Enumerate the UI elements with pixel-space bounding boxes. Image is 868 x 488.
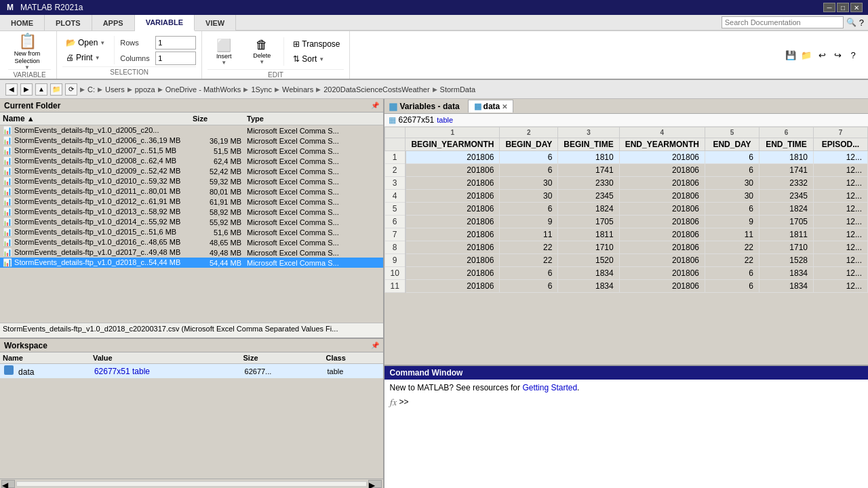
table-cell[interactable]: 201806 bbox=[406, 177, 500, 190]
workspace-table[interactable]: Name Value Size Class data bbox=[0, 352, 383, 479]
breadcrumb-ppoza[interactable]: ppoza bbox=[135, 85, 155, 94]
table-cell[interactable]: 22 bbox=[705, 254, 760, 267]
folder-row[interactable]: 📊 StormEvents_details-ftp_v1.0_d2009_c..… bbox=[0, 166, 383, 176]
breadcrumb-webinars[interactable]: Webinars bbox=[282, 85, 313, 94]
scroll-left-btn[interactable]: ◀ bbox=[1, 480, 15, 488]
qa-redo-icon[interactable]: ↪ bbox=[831, 48, 844, 62]
table-cell[interactable]: 201806 bbox=[619, 280, 705, 293]
qa-help-icon[interactable]: ? bbox=[846, 48, 860, 62]
table-row[interactable]: 1201806618102018066181012... bbox=[384, 151, 867, 164]
help-icon[interactable]: ? bbox=[859, 18, 864, 28]
workspace-value-link[interactable]: 62677x51 table bbox=[94, 367, 150, 376]
table-cell[interactable]: 201806 bbox=[406, 267, 500, 280]
table-cell[interactable]: 11 bbox=[705, 228, 760, 241]
table-cell[interactable]: 2332 bbox=[760, 177, 814, 190]
col-header-end-time[interactable]: END_TIME bbox=[760, 138, 814, 151]
table-cell[interactable]: 201806 bbox=[406, 280, 500, 293]
col-header-end-yearmonth[interactable]: END_YEARMONTH bbox=[619, 138, 705, 151]
folder-row[interactable]: 📊 StormEvents_details-ftp_v1.0_d2018_c..… bbox=[0, 258, 383, 268]
table-cell[interactable]: 2345 bbox=[760, 190, 814, 203]
table-row[interactable]: 11201806618342018066183412... bbox=[384, 280, 867, 293]
scroll-right-btn[interactable]: ▶ bbox=[368, 480, 382, 488]
table-cell[interactable]: 1824 bbox=[760, 203, 814, 216]
ws-col-size[interactable]: Size bbox=[241, 352, 323, 364]
tab-home[interactable]: HOME bbox=[0, 15, 45, 30]
table-cell[interactable]: 2330 bbox=[558, 177, 619, 190]
table-cell[interactable]: 12... bbox=[814, 216, 868, 228]
table-cell[interactable]: 1834 bbox=[558, 267, 619, 280]
table-row[interactable]: 5201806618242018066182412... bbox=[384, 203, 867, 216]
minimize-button[interactable]: ─ bbox=[823, 3, 835, 12]
folder-table[interactable]: Name ▲ Size Type 📊 StormEvents_details-f… bbox=[0, 113, 383, 323]
breadcrumb-1sync[interactable]: 1Sync bbox=[251, 85, 272, 94]
table-cell[interactable]: 30 bbox=[705, 190, 760, 203]
table-cell[interactable]: 201806 bbox=[406, 254, 500, 267]
table-cell[interactable]: 201806 bbox=[619, 164, 705, 177]
qa-save-icon[interactable]: 💾 bbox=[784, 48, 797, 62]
folder-col-type[interactable]: Type bbox=[244, 113, 383, 125]
table-cell[interactable]: 12... bbox=[814, 190, 868, 203]
print-button[interactable]: 🖨 Print ▼ bbox=[62, 51, 108, 64]
tab-variable[interactable]: VARIABLE bbox=[135, 15, 195, 31]
table-cell[interactable]: 6 bbox=[500, 267, 558, 280]
table-cell[interactable]: 1834 bbox=[760, 280, 814, 293]
nav-sync-button[interactable]: ⟳ bbox=[65, 83, 77, 96]
ws-col-name[interactable]: Name bbox=[0, 352, 90, 364]
table-cell[interactable]: 201806 bbox=[406, 164, 500, 177]
table-cell[interactable]: 6 bbox=[500, 164, 558, 177]
table-cell[interactable]: 201806 bbox=[406, 241, 500, 254]
maximize-button[interactable]: □ bbox=[837, 3, 849, 12]
table-cell[interactable]: 1834 bbox=[558, 280, 619, 293]
folder-col-name[interactable]: Name ▲ bbox=[0, 113, 190, 125]
table-cell[interactable]: 6 bbox=[500, 151, 558, 164]
table-cell[interactable]: 201806 bbox=[406, 228, 500, 241]
table-row[interactable]: 920180622152020180622152812... bbox=[384, 254, 867, 267]
table-cell[interactable]: 12... bbox=[814, 280, 868, 293]
table-cell[interactable]: 9 bbox=[500, 216, 558, 228]
table-cell[interactable]: 1528 bbox=[760, 254, 814, 267]
folder-row[interactable]: 📊 StormEvents_details-ftp_v1.0_d2010_c..… bbox=[0, 176, 383, 186]
breadcrumb-c[interactable]: C: bbox=[87, 85, 95, 94]
table-cell[interactable]: 1810 bbox=[760, 151, 814, 164]
table-cell[interactable]: 22 bbox=[500, 254, 558, 267]
table-cell[interactable]: 6 bbox=[705, 164, 760, 177]
col-header-begin-day[interactable]: BEGIN_DAY bbox=[500, 138, 558, 151]
table-row[interactable]: 6201806917052018069170512... bbox=[384, 216, 867, 228]
breadcrumb-datascience[interactable]: 2020DataScienceCostsWeather bbox=[323, 85, 429, 94]
table-row[interactable]: 320180630233020180630233212... bbox=[384, 177, 867, 190]
panel-pin-icon[interactable]: 📌 bbox=[371, 102, 379, 109]
folder-row[interactable]: 📊 StormEvents_details-ftp_v1.0_d2015_c..… bbox=[0, 227, 383, 237]
ws-col-value[interactable]: Value bbox=[90, 352, 241, 364]
cmd-input[interactable] bbox=[412, 397, 863, 407]
folder-row[interactable]: 📊 StormEvents_details-ftp_v1.0_d2011_c..… bbox=[0, 186, 383, 197]
open-button[interactable]: 📂 Open ▼ bbox=[62, 36, 108, 49]
table-cell[interactable]: 6 bbox=[500, 280, 558, 293]
delete-button[interactable]: 🗑 Delete ▼ bbox=[245, 34, 278, 69]
nav-browse-button[interactable]: 📁 bbox=[50, 83, 62, 96]
table-cell[interactable]: 1741 bbox=[558, 164, 619, 177]
table-cell[interactable]: 1710 bbox=[760, 241, 814, 254]
data-tab[interactable]: ▦ data ✕ bbox=[468, 100, 514, 113]
table-cell[interactable]: 201806 bbox=[619, 203, 705, 216]
table-cell[interactable]: 201806 bbox=[406, 190, 500, 203]
sort-button[interactable]: ⇅ Sort ▼ bbox=[290, 52, 343, 66]
col-header-begin-yearmonth[interactable]: BEGIN_YEARMONTH bbox=[406, 138, 500, 151]
folder-row[interactable]: 📊 StormEvents_details-ftp_v1.0_d2017_c..… bbox=[0, 247, 383, 258]
table-cell[interactable]: 12... bbox=[814, 203, 868, 216]
data-table-container[interactable]: 1 2 3 4 5 6 7 BEGIN_YEARMONTH BEGIN_DAY bbox=[384, 127, 868, 365]
cmd-getting-started-link[interactable]: Getting Started bbox=[522, 383, 577, 392]
table-cell[interactable]: 1741 bbox=[760, 164, 814, 177]
table-cell[interactable]: 12... bbox=[814, 228, 868, 241]
table-type-link[interactable]: table bbox=[437, 116, 453, 124]
table-cell[interactable]: 1520 bbox=[558, 254, 619, 267]
table-cell[interactable]: 201806 bbox=[619, 177, 705, 190]
table-cell[interactable]: 1810 bbox=[558, 151, 619, 164]
breadcrumb-users[interactable]: Users bbox=[105, 85, 125, 94]
table-row[interactable]: 820180622171020180622171012... bbox=[384, 241, 867, 254]
folder-row[interactable]: 📊 StormEvents_details-ftp_v1.0_d2006_c..… bbox=[0, 136, 383, 146]
col-header-episode[interactable]: EPISOD... bbox=[814, 138, 868, 151]
table-row[interactable]: 10201806618342018066183412... bbox=[384, 267, 867, 280]
folder-row[interactable]: 📊 StormEvents_details-ftp_v1.0_d2012_c..… bbox=[0, 197, 383, 207]
table-cell[interactable]: 201806 bbox=[619, 228, 705, 241]
transpose-button[interactable]: ⊞ Transpose bbox=[290, 37, 343, 51]
